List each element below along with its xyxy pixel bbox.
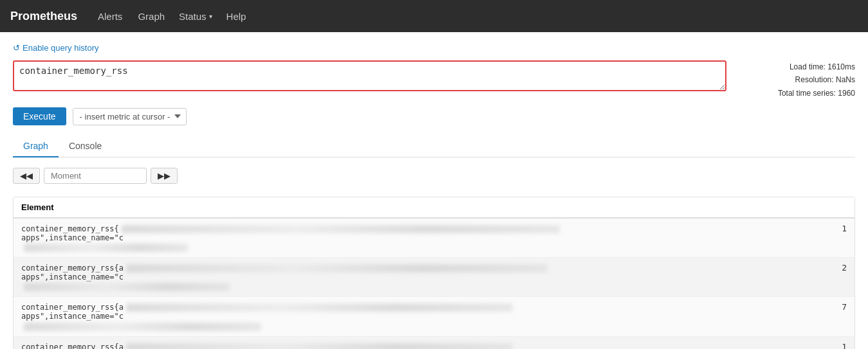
alerts-link[interactable]: Alerts xyxy=(97,8,124,24)
graph-nav-link[interactable]: Graph xyxy=(136,8,166,24)
value-cell: 7 xyxy=(818,297,854,336)
query-textarea-wrapper xyxy=(13,60,726,93)
element-cell: container_memory_rss{aapps",instance_nam… xyxy=(14,336,818,349)
element-cell: container_memory_rss{aapps",instance_nam… xyxy=(14,258,818,297)
time-nav: ◀◀ ▶▶ xyxy=(13,168,855,184)
element-cell: container_memory_rss{apps",instance_name… xyxy=(14,218,818,258)
element-column-header: Element xyxy=(14,197,818,218)
results-wrapper: Element container_memory_rss{apps",insta… xyxy=(13,197,855,349)
total-row: Total time series: 1960 xyxy=(739,87,855,100)
resolution-label: Resolution: xyxy=(795,75,834,84)
load-time-row: Load time: 1610ms xyxy=(739,60,855,73)
query-history-link[interactable]: ↺ Enable query history xyxy=(13,43,99,53)
total-label: Total time series: xyxy=(778,89,836,98)
main-content: ↺ Enable query history Load time: 1610ms… xyxy=(0,32,868,349)
value-cell: 1 xyxy=(818,218,854,258)
time-forward-button[interactable]: ▶▶ xyxy=(151,168,178,184)
status-dropdown-caret: ▾ xyxy=(209,13,212,20)
query-history-icon: ↺ xyxy=(13,43,20,53)
results-table: Element container_memory_rss{apps",insta… xyxy=(14,197,854,349)
table-row: container_memory_rss{aapps",instance_nam… xyxy=(14,258,854,297)
execute-row: Execute - insert metric at cursor - xyxy=(13,107,855,125)
load-time-value: 1610ms xyxy=(827,62,855,71)
total-value: 1960 xyxy=(838,89,855,98)
table-row: container_memory_rss{aapps",instance_nam… xyxy=(14,336,854,349)
load-time-label: Load time: xyxy=(790,62,826,71)
insert-metric-select[interactable]: - insert metric at cursor - xyxy=(73,108,187,125)
query-input[interactable] xyxy=(13,60,726,91)
status-dropdown[interactable]: Status ▾ xyxy=(179,11,212,22)
tab-console[interactable]: Console xyxy=(59,136,112,157)
table-row: container_memory_rss{aapps",instance_nam… xyxy=(14,297,854,336)
query-history-label: Enable query history xyxy=(23,43,99,53)
navbar: Prometheus Alerts Graph Status ▾ Help xyxy=(0,0,868,32)
resolution-row: Resolution: NaNs xyxy=(739,73,855,86)
value-column-header xyxy=(818,197,854,218)
resolution-value: NaNs xyxy=(836,75,855,84)
value-cell: 2 xyxy=(818,258,854,297)
query-area: Load time: 1610ms Resolution: NaNs Total… xyxy=(13,60,855,100)
element-cell: container_memory_rss{aapps",instance_nam… xyxy=(14,297,818,336)
query-meta: Load time: 1610ms Resolution: NaNs Total… xyxy=(739,60,855,100)
value-cell: 1 xyxy=(818,336,854,349)
execute-button[interactable]: Execute xyxy=(13,107,66,125)
time-back-button[interactable]: ◀◀ xyxy=(13,168,40,184)
tabs: Graph Console xyxy=(13,136,855,157)
moment-input[interactable] xyxy=(44,168,147,184)
help-link[interactable]: Help xyxy=(225,8,248,24)
table-row: container_memory_rss{apps",instance_name… xyxy=(14,218,854,258)
brand-logo: Prometheus xyxy=(10,10,77,23)
tab-graph[interactable]: Graph xyxy=(13,136,59,157)
